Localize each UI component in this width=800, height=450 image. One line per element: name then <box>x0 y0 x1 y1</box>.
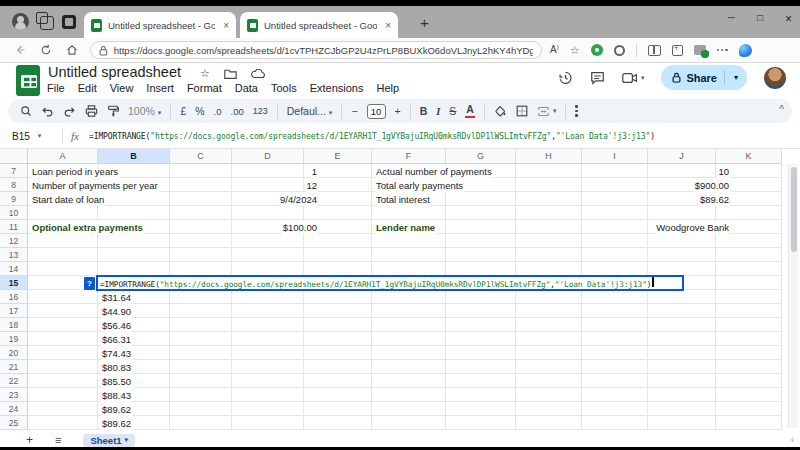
cell-D17[interactable] <box>232 304 304 318</box>
cell-G24[interactable] <box>446 402 516 416</box>
vertical-scrollbar[interactable] <box>788 164 798 428</box>
cell-J19[interactable] <box>648 332 716 346</box>
cell-D22[interactable] <box>232 374 304 388</box>
browser-tab-1[interactable]: Untitled spreadsheet - Google Sh × <box>84 12 236 38</box>
cell-F13[interactable] <box>372 248 446 262</box>
cell-D21[interactable] <box>232 360 304 374</box>
cell-C14[interactable] <box>170 262 232 276</box>
cell-F20[interactable] <box>372 346 446 360</box>
column-header-H[interactable]: H <box>516 149 582 164</box>
cell-I16[interactable] <box>582 290 648 304</box>
cell-I25[interactable] <box>582 416 648 430</box>
cell-A24[interactable] <box>28 402 98 416</box>
cell-D20[interactable] <box>232 346 304 360</box>
cell-G10[interactable] <box>446 206 516 220</box>
cell-E20[interactable] <box>304 346 372 360</box>
search-menus-button[interactable] <box>20 105 32 117</box>
cell-H14[interactable] <box>516 262 582 276</box>
cell-K22[interactable] <box>716 374 782 388</box>
cell-I12[interactable] <box>582 234 648 248</box>
window-minimize-button[interactable]: ─ <box>728 12 735 26</box>
cell-C9[interactable] <box>170 192 232 206</box>
cell-E24[interactable] <box>304 402 372 416</box>
menu-help[interactable]: Help <box>376 82 399 94</box>
cell-G21[interactable] <box>446 360 516 374</box>
cell-K19[interactable] <box>716 332 782 346</box>
user-avatar[interactable] <box>764 67 786 89</box>
column-header-G[interactable]: G <box>446 149 516 164</box>
cell-E10[interactable] <box>304 206 372 220</box>
cell-D14[interactable] <box>232 262 304 276</box>
cell-E13[interactable] <box>304 248 372 262</box>
strikethrough-button[interactable]: S <box>449 105 456 117</box>
cell-C12[interactable] <box>170 234 232 248</box>
cell-H7[interactable] <box>516 164 582 178</box>
tab-activity-button[interactable] <box>62 15 76 29</box>
cell-K23[interactable] <box>716 388 782 402</box>
cell-G14[interactable] <box>446 262 516 276</box>
address-bar[interactable]: https://docs.google.com/spreadsheets/d/1… <box>90 41 542 59</box>
cell-A16[interactable] <box>28 290 98 304</box>
cell-J22[interactable] <box>648 374 716 388</box>
browser-profile-avatar[interactable] <box>12 13 29 30</box>
cell-I22[interactable] <box>582 374 648 388</box>
cell-C7[interactable] <box>170 164 232 178</box>
window-maximize-button[interactable]: □ <box>757 12 763 26</box>
extension-icon[interactable] <box>614 45 625 56</box>
row-header-15[interactable]: 15 <box>0 276 28 290</box>
cell-C10[interactable] <box>170 206 232 220</box>
format-percent-button[interactable]: % <box>195 105 204 117</box>
cell-B9[interactable] <box>98 192 170 206</box>
comments-icon[interactable] <box>590 71 605 85</box>
cell-G11[interactable] <box>446 220 516 234</box>
cell-D13[interactable] <box>232 248 304 262</box>
cell-I23[interactable] <box>582 388 648 402</box>
cell-K21[interactable] <box>716 360 782 374</box>
redo-button[interactable] <box>63 106 76 117</box>
meet-button[interactable]: ▾ <box>622 72 645 84</box>
font-style-menu[interactable]: Defaul...▾ <box>287 105 333 117</box>
menu-data[interactable]: Data <box>235 82 258 94</box>
copilot-icon[interactable] <box>739 44 752 57</box>
cell-F19[interactable] <box>372 332 446 346</box>
cell-J12[interactable] <box>648 234 716 248</box>
cell-E18[interactable] <box>304 318 372 332</box>
cell-J14[interactable] <box>648 262 716 276</box>
cell-A12[interactable] <box>28 234 98 248</box>
more-toolbar-options-button[interactable] <box>575 105 578 117</box>
cell-D18[interactable] <box>232 318 304 332</box>
cell-K12[interactable] <box>716 234 782 248</box>
cell-E14[interactable] <box>304 262 372 276</box>
cell-F18[interactable] <box>372 318 446 332</box>
sheets-logo-icon[interactable] <box>16 65 40 96</box>
star-document-icon[interactable]: ☆ <box>200 67 210 80</box>
cell-E12[interactable] <box>304 234 372 248</box>
cell-H24[interactable] <box>516 402 582 416</box>
cell-K15[interactable] <box>716 276 782 290</box>
move-to-folder-icon[interactable] <box>224 68 237 79</box>
share-caret-icon[interactable]: ▾ <box>729 73 743 82</box>
merge-cells-button[interactable]: ▾ <box>537 106 557 117</box>
cell-G19[interactable] <box>446 332 516 346</box>
cell-F14[interactable] <box>372 262 446 276</box>
cell-F24[interactable] <box>372 402 446 416</box>
cell-K14[interactable] <box>716 262 782 276</box>
home-button[interactable] <box>66 44 78 56</box>
cell-H12[interactable] <box>516 234 582 248</box>
cell-H9[interactable] <box>516 192 582 206</box>
cell-F16[interactable] <box>372 290 446 304</box>
cell-D19[interactable] <box>232 332 304 346</box>
cell-A17[interactable] <box>28 304 98 318</box>
cell-J21[interactable] <box>648 360 716 374</box>
row-header-12[interactable]: 12 <box>0 234 28 248</box>
cell-F12[interactable] <box>372 234 446 248</box>
row-header-22[interactable]: 22 <box>0 374 28 388</box>
cell-C19[interactable] <box>170 332 232 346</box>
cell-A20[interactable] <box>28 346 98 360</box>
cell-I8[interactable] <box>582 178 648 192</box>
cell-E17[interactable] <box>304 304 372 318</box>
cell-E21[interactable] <box>304 360 372 374</box>
cell-I14[interactable] <box>582 262 648 276</box>
increase-font-size-button[interactable]: + <box>395 105 401 117</box>
row-header-8[interactable]: 8 <box>0 178 28 192</box>
